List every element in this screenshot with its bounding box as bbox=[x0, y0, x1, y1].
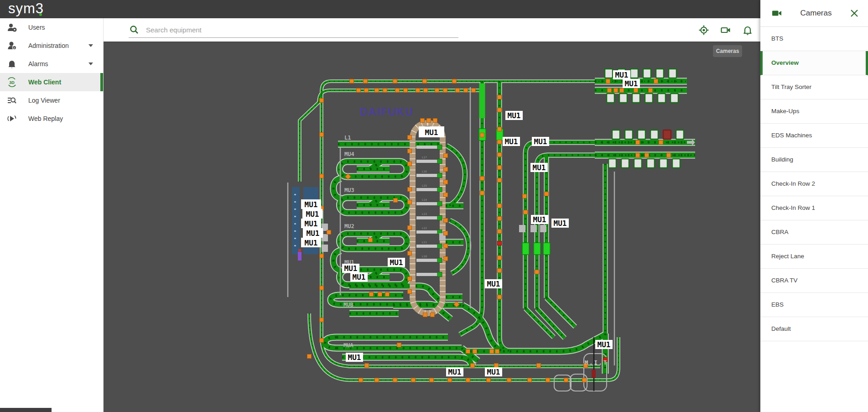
bag bbox=[427, 119, 431, 123]
bag bbox=[408, 136, 412, 140]
bag bbox=[495, 349, 499, 354]
chute-label: L12 bbox=[422, 226, 427, 229]
equipment-badge: MU1 bbox=[388, 258, 405, 267]
bag bbox=[359, 378, 363, 382]
svg-text:MU1: MU1 bbox=[625, 79, 638, 88]
camera-list-item[interactable]: CBRA bbox=[760, 220, 868, 245]
equipment-badge: MU1 bbox=[613, 70, 630, 79]
bag bbox=[320, 286, 324, 290]
check-in-station bbox=[608, 159, 616, 168]
sidebar-item-label: Administration bbox=[28, 42, 69, 49]
bag bbox=[498, 178, 502, 183]
panel-title: Cameras bbox=[782, 9, 850, 18]
carrier bbox=[543, 243, 550, 255]
sidebar-item-log-viewer[interactable]: Log Viewer bbox=[0, 91, 103, 110]
sidebar-item-web-replay[interactable]: Web Replay bbox=[0, 110, 103, 128]
bag bbox=[395, 89, 400, 93]
bag bbox=[528, 378, 532, 382]
bag bbox=[466, 378, 470, 382]
bag bbox=[545, 192, 549, 196]
chute-end bbox=[437, 272, 442, 277]
bag bbox=[608, 89, 612, 93]
sorter-chute bbox=[416, 174, 437, 177]
svg-text:MU1: MU1 bbox=[598, 340, 611, 349]
sorter-chute bbox=[416, 160, 437, 163]
equipment-badge: MU1 bbox=[301, 199, 321, 209]
camera-list-item[interactable]: Reject Lane bbox=[760, 245, 868, 269]
camera-list-item[interactable]: BTS bbox=[760, 27, 868, 51]
check-in-station bbox=[643, 69, 651, 78]
web-client-icon: 3D bbox=[6, 77, 17, 88]
bag bbox=[320, 133, 324, 137]
check-in-station bbox=[625, 130, 633, 139]
sidebar-item-users[interactable]: Users bbox=[0, 18, 103, 37]
camera-list-item[interactable]: CBRA TV bbox=[760, 269, 868, 293]
check-in-station bbox=[656, 69, 664, 78]
bag bbox=[408, 251, 412, 256]
bag bbox=[494, 364, 499, 368]
bag bbox=[498, 153, 502, 157]
bag bbox=[357, 89, 361, 93]
chute-label: L11 bbox=[422, 240, 427, 244]
bag bbox=[490, 349, 494, 354]
bag bbox=[507, 378, 511, 382]
camera-list-item[interactable]: Tilt Tray Sorter bbox=[760, 75, 868, 99]
search-field[interactable] bbox=[129, 22, 458, 38]
check-in-station bbox=[658, 94, 665, 103]
conveyor-gray-segment bbox=[322, 245, 328, 252]
camera-list-item[interactable]: EDS Machines bbox=[760, 124, 868, 148]
bag bbox=[320, 174, 324, 178]
camera-list-item[interactable]: Overview bbox=[760, 51, 868, 75]
bag bbox=[659, 141, 663, 145]
bag bbox=[634, 89, 638, 93]
sidebar-item-alarms[interactable]: Alarms bbox=[0, 55, 103, 73]
check-in-station bbox=[605, 69, 613, 78]
sorter-chute bbox=[416, 188, 437, 191]
chute-label: L10 bbox=[422, 255, 427, 258]
equipment-badge: MU1 bbox=[301, 219, 321, 228]
camera-list-item[interactable]: Check-In Row 1 bbox=[760, 196, 868, 220]
check-in-station bbox=[647, 159, 655, 168]
sorter-chute bbox=[416, 273, 437, 276]
check-in-station bbox=[638, 130, 645, 139]
alarm-dot bbox=[298, 249, 301, 251]
bag bbox=[393, 79, 397, 83]
bag bbox=[364, 89, 369, 93]
bell-icon[interactable] bbox=[742, 25, 753, 36]
sidebar-item-web-client[interactable]: 3DWeb Client bbox=[0, 73, 103, 91]
camera-list-item[interactable]: Check-In Row 2 bbox=[760, 172, 868, 196]
camera-list-item[interactable]: EBS bbox=[760, 293, 868, 317]
svg-text:MU1: MU1 bbox=[390, 258, 403, 267]
check-in-station bbox=[621, 159, 629, 168]
video-camera-icon[interactable] bbox=[720, 25, 731, 36]
camera-list-item[interactable]: Default bbox=[760, 317, 868, 341]
bag bbox=[397, 343, 401, 347]
equipment-badge: MU1 bbox=[301, 238, 321, 247]
chevron-down-icon[interactable] bbox=[88, 63, 93, 65]
close-icon[interactable] bbox=[850, 9, 859, 18]
camera-list-item[interactable]: Building bbox=[760, 148, 868, 172]
chevron-down-icon[interactable] bbox=[88, 44, 93, 47]
bag bbox=[375, 378, 379, 382]
sidebar-item-administration[interactable]: eAdministration bbox=[0, 37, 103, 55]
camera-list-item[interactable]: Make-Ups bbox=[760, 99, 868, 124]
bag bbox=[320, 339, 324, 343]
bag bbox=[431, 313, 435, 317]
bag bbox=[636, 141, 640, 145]
svg-text:MU1: MU1 bbox=[487, 280, 500, 288]
locate-icon[interactable] bbox=[698, 25, 709, 36]
facility-map[interactable]: L17L16L15L14L13L12L11L10L1MU4MU3MU2MU1MU… bbox=[103, 42, 760, 412]
chute-label: L17 bbox=[422, 156, 427, 159]
sidebar-item-label: Web Client bbox=[28, 78, 61, 86]
bag bbox=[320, 318, 324, 322]
panel-header: Cameras bbox=[760, 0, 868, 27]
bag bbox=[564, 378, 568, 382]
bag bbox=[444, 244, 448, 248]
chute-label: L13 bbox=[422, 212, 427, 215]
check-in-station bbox=[650, 130, 658, 139]
check-in-station bbox=[676, 130, 684, 139]
bag bbox=[498, 295, 502, 299]
search-input[interactable] bbox=[145, 26, 439, 34]
bag bbox=[498, 256, 502, 260]
bag bbox=[498, 108, 502, 112]
